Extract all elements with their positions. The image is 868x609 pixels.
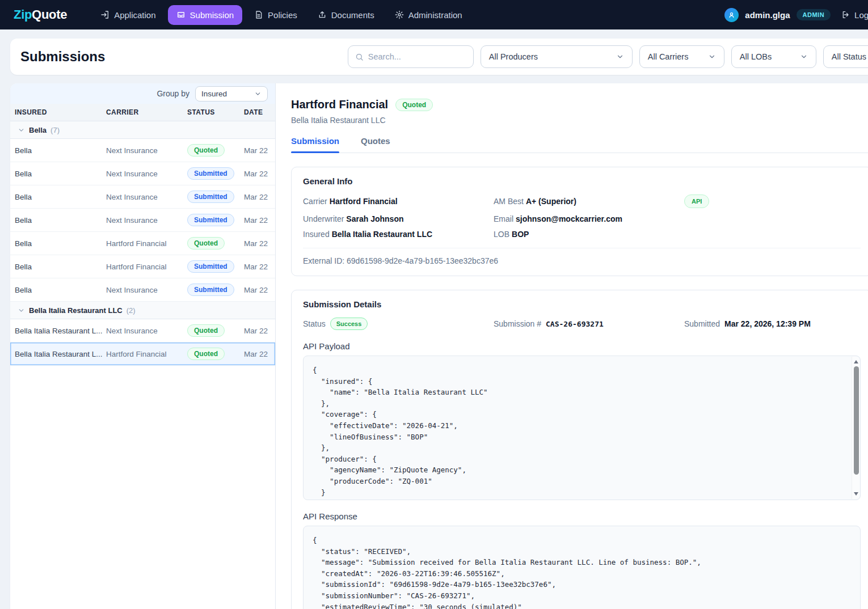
submission-row[interactable]: Bella Next Insurance Submitted Mar 22 <box>10 162 275 185</box>
submission-row[interactable]: Bella Italia Restaurant L... Hartford Fi… <box>10 342 275 366</box>
row-insured: Bella <box>15 146 106 155</box>
status-filter-value: All Status <box>832 52 866 61</box>
page-title: Submissions <box>20 49 105 65</box>
logout-icon <box>841 10 850 19</box>
nav-item-label: Documents <box>331 10 374 20</box>
row-date: Mar 22 <box>244 216 275 225</box>
nav-item-label: Policies <box>268 10 297 20</box>
submission-row[interactable]: Bella Italia Restaurant L... Next Insura… <box>10 319 275 342</box>
insured-field: InsuredBella Italia Restaurant LLC <box>303 230 494 239</box>
lobs-filter-value: All LOBs <box>740 52 772 61</box>
chevron-down-icon <box>708 53 716 61</box>
row-insured: Bella <box>15 239 106 248</box>
group-by-select[interactable]: Insured <box>195 86 268 102</box>
row-insured: Bella <box>15 263 106 271</box>
row-date: Mar 22 <box>244 146 275 155</box>
row-insured: Bella Italia Restaurant L... <box>15 327 106 335</box>
submission-row[interactable]: Bella Hartford Financial Submitted Mar 2… <box>10 255 275 278</box>
scroll-up-arrow[interactable] <box>854 360 858 363</box>
submission-row[interactable]: Bella Next Insurance Submitted Mar 22 <box>10 185 275 209</box>
row-status-badge: Submitted <box>187 167 234 180</box>
row-date: Mar 22 <box>244 286 275 294</box>
email-field: Emailsjohnson@mockcarrier.com <box>494 214 684 223</box>
column-header-insured: INSURED <box>15 108 106 116</box>
row-carrier: Next Insurance <box>106 327 187 335</box>
underwriter-field: UnderwriterSarah Johnson <box>303 214 494 223</box>
external-id: External ID: 69d61598-9d2e-4a79-b165-13e… <box>303 256 861 265</box>
api-response-label: API Response <box>303 511 861 521</box>
row-insured: Bella <box>15 286 106 294</box>
api-payload-label: API Payload <box>303 341 861 351</box>
chevron-down-icon <box>18 126 25 134</box>
row-carrier: Hartford Financial <box>106 263 187 271</box>
nav-item-administration[interactable]: Administration <box>386 5 471 25</box>
am-best-field: AM BestA+ (Superior) <box>494 197 684 206</box>
api-payload-block[interactable]: { "insured": { "name": "Bella Italia Res… <box>303 356 861 500</box>
row-carrier: Hartford Financial <box>106 350 187 358</box>
policies-icon <box>254 10 263 19</box>
producers-filter-value: All Producers <box>489 52 538 61</box>
row-carrier: Hartford Financial <box>106 239 187 248</box>
row-date: Mar 22 <box>244 170 275 178</box>
row-carrier: Next Insurance <box>106 286 187 294</box>
group-name: Bella <box>29 126 47 134</box>
chevron-down-icon <box>800 53 808 61</box>
user-name: admin.glga <box>745 10 790 20</box>
nav-item-application[interactable]: Application <box>92 5 164 25</box>
row-carrier: Next Insurance <box>106 216 187 225</box>
documents-icon <box>318 10 327 19</box>
group-count: (2) <box>127 306 136 315</box>
nav-item-policies[interactable]: Policies <box>246 5 306 25</box>
api-response-block: { "status": "RECEIVED", "message": "Subm… <box>303 526 861 609</box>
row-date: Mar 22 <box>244 263 275 271</box>
submission-row[interactable]: Bella Next Insurance Submitted Mar 22 <box>10 209 275 232</box>
row-insured: Bella <box>15 193 106 201</box>
api-badge: API <box>684 194 709 208</box>
row-status-badge: Quoted <box>187 324 225 337</box>
main-content: Group by Insured INSURED CARRIER STATUS … <box>10 83 868 609</box>
group-header-row[interactable]: Bella (7) <box>10 121 275 139</box>
submissions-list-body: Bella (7) Bella Next Insurance Quoted Ma… <box>10 121 275 366</box>
status-field: Status Success <box>303 318 494 330</box>
submissions-list-panel: Group by Insured INSURED CARRIER STATUS … <box>10 83 276 609</box>
group-by-bar: Group by Insured <box>10 83 275 104</box>
nav-item-label: Application <box>114 10 155 20</box>
submission-row[interactable]: Bella Next Insurance Quoted Mar 22 <box>10 139 275 162</box>
nav-item-submission[interactable]: Submission <box>168 5 243 25</box>
row-carrier: Next Insurance <box>106 146 187 155</box>
submission-row[interactable]: Bella Hartford Financial Quoted Mar 22 <box>10 232 275 255</box>
group-by-label: Group by <box>157 89 189 98</box>
lob-field: LOBBOP <box>494 230 684 239</box>
carriers-filter-select[interactable]: All Carriers <box>639 45 724 68</box>
tab-submission[interactable]: Submission <box>291 136 339 153</box>
search-box[interactable] <box>348 45 474 68</box>
status-filter-select[interactable]: All Status <box>823 45 868 68</box>
search-input[interactable] <box>368 52 466 61</box>
tab-quotes[interactable]: Quotes <box>361 136 390 153</box>
row-status-badge: Quoted <box>187 237 225 249</box>
submission-number-value: CAS-26-693271 <box>546 320 604 328</box>
administration-icon <box>395 10 404 19</box>
scrollbar-thumb[interactable] <box>854 366 859 475</box>
user-icon <box>727 11 736 19</box>
row-date: Mar 22 <box>244 239 275 248</box>
scroll-down-arrow[interactable] <box>854 492 858 496</box>
row-status-badge: Submitted <box>187 214 234 226</box>
api-response-code: { "status": "RECEIVED", "message": "Subm… <box>304 526 860 609</box>
row-status-badge: Submitted <box>187 191 234 203</box>
page-header: Submissions All Producers All Carriers A… <box>10 39 868 75</box>
logout-button[interactable]: Logout <box>841 10 868 20</box>
lobs-filter-select[interactable]: All LOBs <box>731 45 816 68</box>
group-name: Bella Italia Restaurant LLC <box>29 306 123 315</box>
admin-role-badge: ADMIN <box>797 9 831 20</box>
group-header-row[interactable]: Bella Italia Restaurant LLC (2) <box>10 302 275 319</box>
chevron-down-icon <box>18 307 25 314</box>
application-icon <box>100 10 109 19</box>
nav-item-documents[interactable]: Documents <box>309 5 383 25</box>
code-scrollbar[interactable] <box>852 357 859 499</box>
brand-logo[interactable]: ZipQuote <box>14 7 67 22</box>
producers-filter-select[interactable]: All Producers <box>481 45 633 68</box>
row-insured: Bella Italia Restaurant L... <box>15 350 106 358</box>
chevron-down-icon <box>616 53 624 61</box>
submission-row[interactable]: Bella Next Insurance Submitted Mar 22 <box>10 278 275 302</box>
